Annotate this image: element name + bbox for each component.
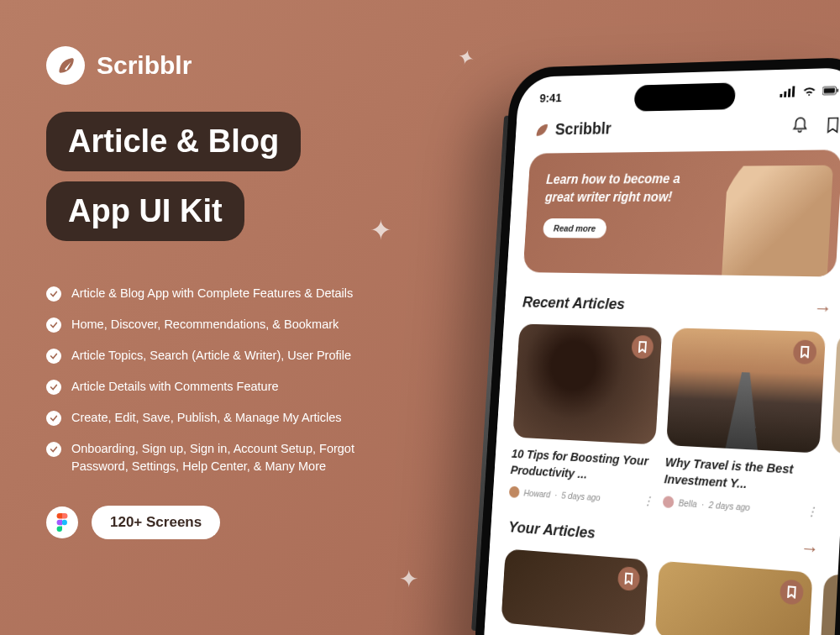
title-pill-2: App UI Kit	[46, 181, 244, 241]
check-icon	[46, 442, 61, 457]
feature-item: Article & Blog App with Complete Feature…	[46, 285, 407, 302]
phone-mockup: 9:41 Scribblr Learn how to becom	[473, 56, 840, 635]
figma-icon	[46, 506, 78, 538]
your-article-card[interactable]	[655, 560, 813, 635]
feature-text: Onboarding, Sign up, Sign in, Account Se…	[71, 440, 407, 475]
brand-logo-row: Scribblr	[46, 46, 407, 85]
bookmark-icon[interactable]	[823, 115, 840, 134]
read-more-button[interactable]: Read more	[543, 218, 606, 239]
hero-image	[722, 165, 833, 277]
feature-item: Article Details with Comments Feature	[46, 378, 407, 396]
article-title: 10 Tips for Boosting Your Productivity .…	[510, 445, 654, 487]
svg-rect-2	[784, 92, 786, 97]
check-icon	[46, 318, 61, 333]
article-author: Bella	[678, 497, 697, 509]
article-author: Howard	[523, 487, 550, 499]
check-icon	[46, 349, 61, 364]
check-icon	[46, 380, 61, 395]
article-card[interactable]	[827, 333, 840, 520]
bookmark-badge-icon[interactable]	[617, 565, 640, 590]
wifi-icon	[801, 86, 817, 97]
feather-icon	[46, 46, 85, 85]
features-list: Article & Blog App with Complete Feature…	[46, 285, 407, 475]
feature-item: Onboarding, Sign up, Sign in, Account Se…	[46, 440, 407, 475]
article-image	[666, 328, 826, 453]
feature-item: Article Topics, Search (Article & Writer…	[46, 347, 407, 365]
title-pill-1: Article & Blog	[46, 112, 301, 171]
bookmark-badge-icon[interactable]	[780, 579, 804, 605]
feature-item: Create, Edit, Save, Publish, & Manage My…	[46, 409, 407, 427]
your-article-card[interactable]	[820, 573, 840, 635]
svg-rect-6	[824, 88, 835, 93]
svg-point-0	[62, 520, 67, 525]
feature-text: Article Topics, Search (Article & Writer…	[71, 347, 351, 365]
avatar	[509, 485, 520, 497]
svg-rect-1	[780, 94, 782, 97]
feature-text: Article & Blog App with Complete Feature…	[71, 285, 353, 302]
battery-icon	[822, 85, 839, 97]
sparkle-icon: ✦	[399, 565, 418, 593]
article-age: 5 days ago	[561, 490, 601, 502]
signal-icon	[780, 86, 796, 97]
avatar	[663, 496, 675, 508]
feature-text: Create, Edit, Save, Publish, & Manage My…	[71, 409, 342, 427]
svg-rect-4	[792, 86, 795, 97]
check-icon	[46, 286, 61, 302]
bell-icon[interactable]	[790, 116, 810, 135]
hero-card[interactable]: Learn how to become a great writer right…	[523, 150, 840, 276]
arrow-right-icon[interactable]: →	[813, 297, 832, 320]
your-article-card[interactable]	[501, 548, 648, 635]
section-title-recent: Recent Articles	[522, 293, 625, 313]
screens-count-pill: 120+ Screens	[92, 506, 220, 539]
section-title-your: Your Articles	[508, 517, 596, 542]
svg-rect-7	[837, 89, 838, 92]
app-name: Scribblr	[554, 119, 612, 139]
arrow-right-icon[interactable]: →	[801, 537, 820, 561]
article-image	[831, 333, 840, 463]
check-icon	[46, 411, 61, 426]
phone-notch	[633, 82, 736, 111]
bookmark-badge-icon[interactable]	[631, 335, 654, 359]
feature-text: Home, Discover, Recommendations, & Bookm…	[71, 316, 339, 333]
more-icon[interactable]: ⋮	[806, 503, 816, 517]
hero-text: Learn how to become a great writer right…	[544, 170, 701, 207]
feather-icon	[533, 121, 549, 139]
article-title: Why Travel is the Best Investment Y...	[664, 454, 819, 497]
article-age: 2 days ago	[708, 499, 750, 512]
sparkle-icon: ✦	[455, 45, 478, 71]
svg-rect-3	[788, 89, 790, 97]
feature-text: Article Details with Comments Feature	[71, 378, 279, 396]
article-image	[512, 323, 662, 444]
brand-name: Scribblr	[97, 51, 192, 80]
article-card[interactable]: 10 Tips for Boosting Your Productivity .…	[509, 323, 663, 506]
more-icon[interactable]: ⋮	[643, 493, 653, 507]
article-card[interactable]: Why Travel is the Best Investment Y... B…	[663, 328, 826, 518]
bookmark-badge-icon[interactable]	[793, 339, 817, 365]
status-time: 9:41	[539, 91, 562, 105]
feature-item: Home, Discover, Recommendations, & Bookm…	[46, 316, 407, 333]
